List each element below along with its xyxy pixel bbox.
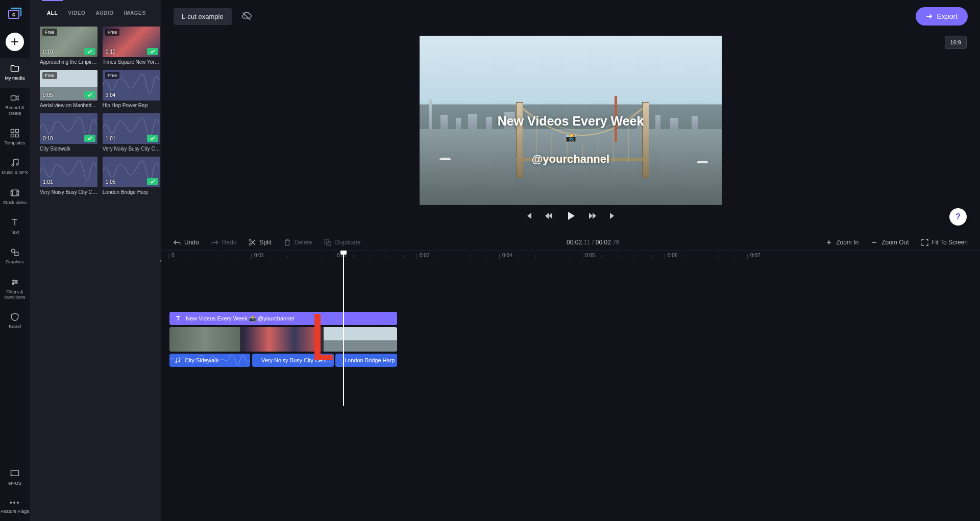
added-check-icon bbox=[84, 135, 95, 142]
tab-audio[interactable]: AUDIO bbox=[90, 0, 118, 21]
rail-brand[interactable]: Brand bbox=[0, 307, 30, 336]
asset-item[interactable]: Free 0:05 Aerial view on Manhatt… bbox=[40, 70, 97, 108]
asset-thumb: 1:01 bbox=[40, 157, 97, 187]
tab-images[interactable]: IMAGES bbox=[119, 0, 151, 21]
zoom-out-button[interactable]: Zoom Out bbox=[871, 239, 909, 246]
asset-name: Approaching the Empir… bbox=[40, 59, 97, 65]
red-marker-horizontal bbox=[314, 355, 333, 360]
asset-duration: 3:04 bbox=[106, 92, 115, 98]
text-clip[interactable]: New Videos Every Week 📸 @yourchannel bbox=[169, 312, 397, 325]
asset-duration: 1:01 bbox=[43, 179, 53, 185]
free-badge: Free bbox=[42, 29, 57, 36]
rail-label: Filters & transitions bbox=[0, 289, 30, 300]
media-panel: ALL VIDEO AUDIO IMAGES Free 0:10 Approac… bbox=[30, 0, 161, 521]
asset-item[interactable]: 0:10 City Sidewalk bbox=[40, 113, 97, 152]
top-bar: L-cut example Export bbox=[161, 0, 980, 33]
ruler-tick: 0:01 bbox=[254, 253, 264, 258]
rail-label: Templates bbox=[4, 140, 25, 145]
split-button[interactable]: Split bbox=[249, 239, 271, 246]
asset-thumb: Free 0:10 bbox=[40, 27, 97, 57]
zoom-in-button[interactable]: Zoom In bbox=[825, 239, 859, 246]
rail-templates[interactable]: Templates bbox=[0, 123, 30, 153]
timeline-ruler[interactable]: 00:010:020:030:040:050:060:07 bbox=[161, 251, 980, 263]
play-button[interactable] bbox=[565, 210, 576, 221]
asset-grid: Free 0:10 Approaching the Empir… Free 0:… bbox=[30, 21, 161, 200]
rail-locale[interactable]: en-US bbox=[0, 463, 30, 493]
rail-stock[interactable]: Stock video bbox=[0, 183, 30, 212]
added-check-icon bbox=[147, 178, 158, 185]
rail-label: Graphics bbox=[6, 259, 24, 264]
app-logo[interactable]: c bbox=[8, 7, 22, 21]
asset-item[interactable]: 1:01 Very Noisy Busy City C… bbox=[103, 113, 160, 152]
svg-rect-3 bbox=[11, 130, 14, 133]
project-title[interactable]: L-cut example bbox=[174, 8, 232, 25]
preview-canvas[interactable]: New Videos Every Week 📸 @yourchannel bbox=[420, 36, 722, 205]
export-label: Export bbox=[937, 12, 958, 20]
help-button[interactable]: ? bbox=[949, 208, 967, 226]
redo-label: Redo bbox=[222, 239, 237, 246]
asset-name: Times Square New Yor… bbox=[103, 59, 160, 65]
delete-button[interactable]: Delete bbox=[284, 239, 312, 246]
overlay-camera-icon: 📸 bbox=[566, 132, 576, 143]
rewind-button[interactable] bbox=[545, 212, 553, 220]
preview-wrap: New Videos Every Week 📸 @yourchannel bbox=[420, 36, 722, 205]
rail-my-media[interactable]: My media bbox=[0, 58, 30, 88]
svg-point-7 bbox=[12, 165, 13, 166]
asset-name: Hip Hop Power Rap bbox=[103, 103, 160, 108]
split-label: Split bbox=[259, 239, 271, 246]
timecode: 00:02.11 / 00:02.76 bbox=[567, 239, 619, 246]
asset-duration: 0:10 bbox=[43, 49, 53, 55]
rail-filters[interactable]: Filters & transitions bbox=[0, 272, 30, 307]
asset-thumb: Free 0:05 bbox=[40, 70, 97, 101]
svg-point-12 bbox=[13, 280, 14, 281]
cloud-offline-icon bbox=[241, 11, 252, 22]
redo-button[interactable]: Redo bbox=[211, 239, 237, 246]
asset-name: Very Noisy Busy City C… bbox=[40, 189, 97, 195]
free-badge: Free bbox=[105, 72, 120, 79]
timeline[interactable]: 00:010:020:030:040:050:060:07 New Videos… bbox=[161, 250, 980, 521]
rail-record[interactable]: Record & create bbox=[0, 88, 30, 123]
rail-feature-flags[interactable]: ••• Feature Flags bbox=[0, 493, 30, 521]
tab-video[interactable]: VIDEO bbox=[63, 0, 90, 21]
audio-clip-1[interactable]: City Sidewalk bbox=[169, 354, 250, 367]
asset-item[interactable]: Free 0:10 Times Square New Yor… bbox=[103, 27, 160, 65]
duplicate-button[interactable]: Duplicate bbox=[324, 239, 360, 246]
svg-rect-4 bbox=[16, 130, 19, 133]
asset-name: London Bridge Harp bbox=[103, 189, 160, 195]
rail-music[interactable]: Music & SFX bbox=[0, 153, 30, 182]
text-icon bbox=[175, 315, 182, 322]
undo-button[interactable]: Undo bbox=[174, 239, 199, 246]
fit-to-screen-button[interactable]: Fit To Screen bbox=[921, 239, 968, 246]
rail-graphics[interactable]: Graphics bbox=[0, 242, 30, 271]
overlay-headline: New Videos Every Week bbox=[420, 114, 722, 129]
asset-item[interactable]: Free 3:04 Hip Hop Power Rap bbox=[103, 70, 160, 108]
left-rail: c My media Record & create Templates Mus… bbox=[0, 0, 30, 521]
prev-button[interactable] bbox=[524, 212, 532, 220]
svg-point-13 bbox=[15, 282, 17, 283]
add-media-button[interactable] bbox=[6, 33, 24, 51]
asset-name: Very Noisy Busy City C… bbox=[103, 146, 160, 152]
rail-label: Music & SFX bbox=[2, 170, 28, 175]
video-track[interactable] bbox=[169, 327, 397, 352]
rail-label: en-US bbox=[8, 481, 21, 486]
asset-thumb: Free 3:04 bbox=[103, 70, 160, 101]
export-button[interactable]: Export bbox=[916, 7, 968, 26]
aspect-ratio-selector[interactable]: 16:9 bbox=[945, 36, 967, 49]
asset-item[interactable]: 1:05 London Bridge Harp bbox=[103, 157, 160, 195]
svg-rect-6 bbox=[16, 134, 19, 137]
added-check-icon bbox=[84, 91, 95, 98]
svg-point-22 bbox=[249, 239, 251, 241]
forward-button[interactable] bbox=[589, 212, 597, 220]
ruler-tick: 0:07 bbox=[750, 253, 760, 258]
next-button[interactable] bbox=[609, 212, 617, 220]
asset-item[interactable]: Free 0:10 Approaching the Empir… bbox=[40, 27, 97, 65]
playhead[interactable] bbox=[343, 251, 344, 406]
rail-text[interactable]: Text bbox=[0, 212, 30, 242]
tab-all[interactable]: ALL bbox=[42, 0, 63, 21]
rail-label: Stock video bbox=[3, 200, 27, 205]
ruler-tick: 0:03 bbox=[420, 253, 429, 258]
asset-item[interactable]: 1:01 Very Noisy Busy City C… bbox=[40, 157, 97, 195]
added-check-icon bbox=[84, 48, 95, 55]
more-icon: ••• bbox=[10, 499, 20, 507]
audio-clip-3[interactable]: London Bridge Harp bbox=[335, 354, 397, 367]
